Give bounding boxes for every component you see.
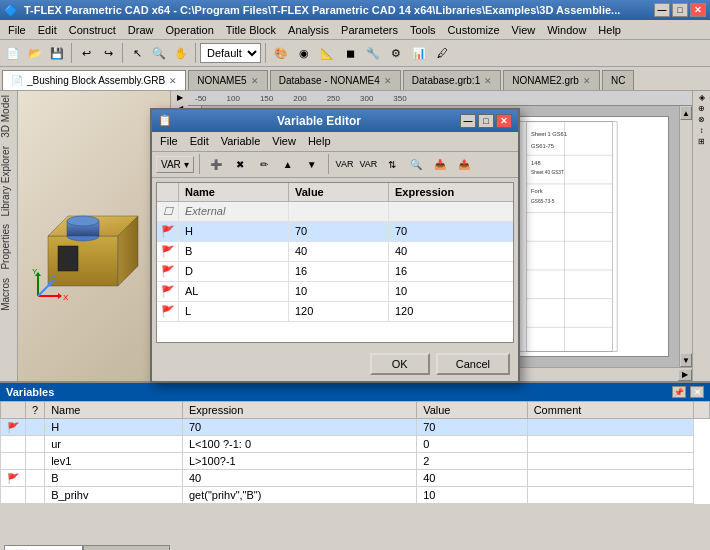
modal-var-name-AL: AL	[179, 282, 289, 301]
modal-var-name-D: D	[179, 262, 289, 281]
modal-tb-sort[interactable]: ⇅	[381, 153, 403, 175]
modal-var-expr-H: 70	[389, 222, 513, 241]
modal-var-icon-H: 🚩	[157, 222, 179, 241]
modal-var-name-H: H	[179, 222, 289, 241]
modal-var-val-H: 70	[289, 222, 389, 241]
modal-menu-variable[interactable]: Variable	[215, 133, 267, 149]
modal-tb-label-var2: VAR	[357, 159, 379, 169]
modal-var-name-B: B	[179, 242, 289, 261]
header-name: Name	[179, 183, 289, 201]
modal-var-row-B[interactable]: 🚩 B 40 40	[157, 242, 513, 262]
modal-var-expr-L: 120	[389, 302, 513, 321]
modal-var-icon-L: 🚩	[157, 302, 179, 321]
modal-max-btn[interactable]: □	[478, 114, 494, 128]
var-table-scroll[interactable]: ☐ External 🚩 H 70 70 🚩 B 40 40	[157, 202, 513, 342]
modal-ok-btn[interactable]: OK	[370, 353, 430, 375]
modal-menu-bar: File Edit Variable View Help	[152, 132, 518, 152]
modal-close-btn[interactable]: ✕	[496, 114, 512, 128]
modal-var-val-AL: 10	[289, 282, 389, 301]
modal-var-icon-D: 🚩	[157, 262, 179, 281]
modal-tb-add[interactable]: ➕	[205, 153, 227, 175]
modal-tb-down[interactable]: ▼	[301, 153, 323, 175]
modal-title-buttons: — □ ✕	[460, 114, 512, 128]
modal-toolbar: VAR ▾ ➕ ✖ ✏ ▲ ▼ VAR VAR ⇅ 🔍 📥 📤	[152, 152, 518, 178]
modal-tb-export[interactable]: 📤	[453, 153, 475, 175]
modal-var-row-AL[interactable]: 🚩 AL 10 10	[157, 282, 513, 302]
var-group-external: ☐ External	[157, 202, 513, 222]
modal-var-icon-B: 🚩	[157, 242, 179, 261]
modal-var-val-L: 120	[289, 302, 389, 321]
modal-var-expr-AL: 10	[389, 282, 513, 301]
modal-var-val-B: 40	[289, 242, 389, 261]
modal-menu-view[interactable]: View	[266, 133, 302, 149]
modal-menu-edit[interactable]: Edit	[184, 133, 215, 149]
modal-sep1	[199, 154, 200, 174]
modal-tb-label-var: VAR	[334, 159, 356, 169]
modal-tb-up[interactable]: ▲	[277, 153, 299, 175]
variable-editor-modal: 📋 Variable Editor — □ ✕ File Edit Variab…	[150, 108, 520, 383]
modal-overlay: 📋 Variable Editor — □ ✕ File Edit Variab…	[0, 0, 710, 550]
modal-content: Name Value Expression ☐ External 🚩 H	[156, 182, 514, 343]
modal-tb-delete[interactable]: ✖	[229, 153, 251, 175]
modal-var-row-H[interactable]: 🚩 H 70 70	[157, 222, 513, 242]
modal-menu-file[interactable]: File	[154, 133, 184, 149]
modal-min-btn[interactable]: —	[460, 114, 476, 128]
modal-var-val-D: 16	[289, 262, 389, 281]
group-label: External	[179, 202, 289, 221]
header-scroll-placeholder	[497, 183, 513, 201]
modal-sep2	[328, 154, 329, 174]
modal-tb-import[interactable]: 📥	[429, 153, 451, 175]
modal-var-icon-AL: 🚩	[157, 282, 179, 301]
modal-menu-help[interactable]: Help	[302, 133, 337, 149]
modal-footer: OK Cancel	[152, 347, 518, 381]
header-icon	[157, 183, 179, 201]
header-expression: Expression	[389, 183, 497, 201]
modal-tb-edit[interactable]: ✏	[253, 153, 275, 175]
modal-tb-filter[interactable]: 🔍	[405, 153, 427, 175]
modal-title-bar: 📋 Variable Editor — □ ✕	[152, 110, 518, 132]
var-table-header: Name Value Expression	[157, 183, 513, 202]
modal-var-expr-D: 16	[389, 262, 513, 281]
modal-cancel-btn[interactable]: Cancel	[436, 353, 510, 375]
modal-icon: 📋	[158, 114, 172, 127]
header-value: Value	[289, 183, 389, 201]
modal-var-expr-B: 40	[389, 242, 513, 261]
modal-var-name-L: L	[179, 302, 289, 321]
modal-var-row-L[interactable]: 🚩 L 120 120	[157, 302, 513, 322]
modal-title: Variable Editor	[178, 114, 460, 128]
modal-var-dropdown[interactable]: VAR ▾	[156, 156, 194, 173]
modal-var-row-D[interactable]: 🚩 D 16 16	[157, 262, 513, 282]
